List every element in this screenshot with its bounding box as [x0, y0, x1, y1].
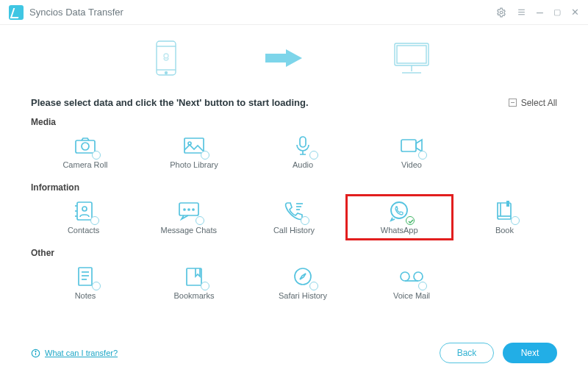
- svg-point-40: [295, 268, 311, 285]
- gear-icon[interactable]: [496, 7, 506, 18]
- item-label: WhatsApp: [381, 226, 418, 235]
- item-label: Call History: [273, 226, 315, 235]
- source-device-phone-icon: [155, 40, 177, 76]
- item-audio[interactable]: Audio: [248, 130, 357, 174]
- item-camera-roll[interactable]: Camera Roll: [31, 130, 140, 174]
- item-whatsapp[interactable]: WhatsApp: [347, 196, 452, 239]
- instruction-text: Please select data and click the 'Next' …: [31, 97, 309, 108]
- transfer-direction-hero: [0, 25, 588, 91]
- maximize-button[interactable]: ▢: [553, 7, 561, 17]
- item-photo-library[interactable]: Photo Library: [140, 130, 248, 174]
- svg-rect-39: [187, 268, 201, 285]
- item-label: Safari History: [279, 291, 327, 300]
- arrow-right-icon: [265, 48, 302, 68]
- item-label: Audio: [293, 160, 313, 169]
- help-link[interactable]: What can I transfer?: [31, 349, 118, 358]
- menu-icon[interactable]: [517, 7, 526, 17]
- svg-point-27: [193, 209, 194, 210]
- item-label: Photo Library: [170, 160, 218, 169]
- svg-point-42: [414, 272, 423, 281]
- item-safari-history[interactable]: Safari History: [248, 261, 357, 304]
- item-label: Contacts: [68, 226, 99, 235]
- select-all-label: Select All: [521, 98, 557, 108]
- svg-rect-10: [397, 46, 426, 63]
- item-label: Video: [401, 160, 422, 169]
- item-message-chats[interactable]: Message Chats: [136, 196, 241, 239]
- information-grid: Contacts Message Chats Call History What…: [31, 196, 557, 239]
- svg-rect-15: [184, 138, 204, 153]
- window-controls: – ▢ ✕: [496, 6, 579, 19]
- item-contacts[interactable]: Contacts: [31, 196, 136, 239]
- select-all-checkbox[interactable]: Select All: [509, 98, 557, 108]
- item-label: Camera Roll: [62, 160, 107, 169]
- item-label: Book: [495, 226, 514, 235]
- item-label: Message Chats: [161, 226, 217, 235]
- svg-marker-8: [265, 49, 302, 67]
- item-label: Voice Mail: [393, 291, 430, 300]
- checkbox-icon: [509, 99, 517, 107]
- svg-point-25: [184, 209, 185, 210]
- back-button[interactable]: Back: [440, 343, 494, 363]
- svg-rect-34: [506, 201, 509, 207]
- svg-point-41: [401, 272, 409, 281]
- footer: What can I transfer? Back Next: [0, 337, 588, 375]
- app-title: Syncios Data Transfer: [29, 7, 123, 18]
- item-bookmarks[interactable]: Bookmarks: [140, 261, 248, 304]
- item-label: Notes: [75, 291, 96, 300]
- target-device-computer-icon: [390, 40, 433, 76]
- next-button[interactable]: Next: [503, 343, 557, 363]
- other-grid: Notes Bookmarks Safari History Voice Mai…: [31, 261, 557, 304]
- info-icon: [31, 349, 40, 358]
- notes-icon: [76, 266, 94, 287]
- section-title-information: Information: [31, 182, 557, 193]
- item-book[interactable]: Book: [452, 196, 557, 239]
- svg-point-23: [82, 207, 87, 211]
- app-logo-icon: [9, 5, 24, 20]
- svg-point-46: [35, 351, 36, 351]
- item-video[interactable]: Video: [357, 130, 466, 174]
- item-call-history[interactable]: Call History: [241, 196, 346, 239]
- minimize-button[interactable]: –: [537, 6, 543, 19]
- section-title-other: Other: [31, 248, 557, 258]
- svg-point-31: [391, 202, 407, 218]
- svg-point-0: [500, 11, 503, 14]
- svg-point-26: [188, 209, 190, 210]
- title-bar: Syncios Data Transfer – ▢ ✕: [0, 0, 588, 25]
- content-area: Please select data and click the 'Next' …: [0, 97, 588, 304]
- section-title-media: Media: [31, 117, 557, 127]
- svg-rect-35: [79, 268, 92, 285]
- svg-point-7: [165, 72, 168, 74]
- svg-rect-17: [300, 137, 306, 147]
- item-voice-mail[interactable]: Voice Mail: [357, 261, 466, 304]
- item-label: Bookmarks: [173, 291, 214, 300]
- svg-rect-9: [395, 43, 429, 65]
- svg-point-14: [82, 143, 89, 150]
- microphone-icon: [295, 135, 311, 156]
- item-notes[interactable]: Notes: [31, 261, 140, 304]
- media-grid: Camera Roll Photo Library Audio Video: [31, 130, 557, 174]
- close-button[interactable]: ✕: [571, 7, 579, 18]
- help-link-label: What can I transfer?: [45, 349, 118, 357]
- svg-rect-18: [401, 140, 416, 151]
